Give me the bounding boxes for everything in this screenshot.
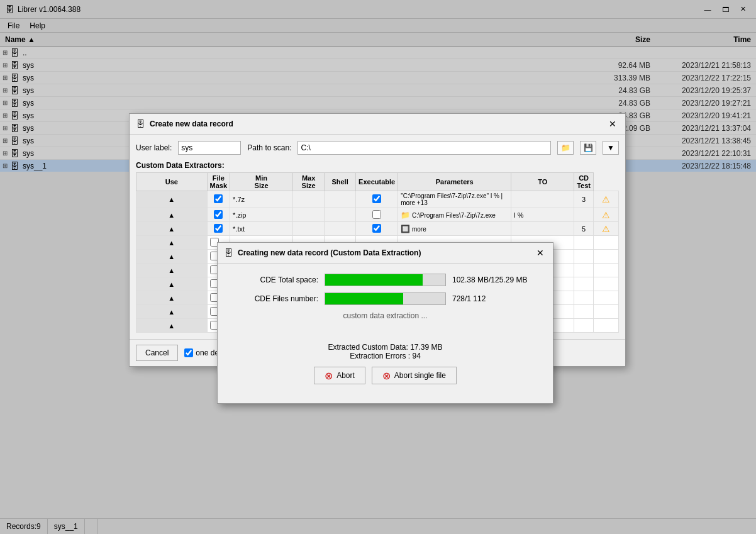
max-size-2 <box>325 208 356 222</box>
file-mask-2: *.zip <box>230 208 293 222</box>
arrow-cell-1[interactable]: ▲ <box>136 191 208 208</box>
cdtest-1: ⚠ <box>594 191 619 208</box>
list-item: ▲ *.7z "C:\Program Files\7-Zip\7z.exe" l… <box>136 191 619 208</box>
cdtest-2: ⚠ <box>594 208 619 222</box>
progress-status: custom data extraction ... <box>230 311 540 320</box>
progress-body: CDE Total space: 102.38 MB/125.29 MB CDE… <box>218 264 553 403</box>
dialog-title-text: Create new data record <box>150 120 601 128</box>
drive-button[interactable]: 💾 <box>580 141 596 155</box>
arrow-cell[interactable]: ▲ <box>136 236 208 250</box>
list-item: ▲ *.zip 📁 C:\Program Files\7-Zip\7z.exe … <box>136 208 619 222</box>
col-maxsize-header: MaxSize <box>293 173 325 191</box>
cde-label: Custom Data Extractors: <box>136 161 619 170</box>
total-space-bar <box>325 274 446 286</box>
min-size-3 <box>293 222 325 236</box>
to-1: 3 <box>574 191 594 208</box>
col-use-header: Use <box>136 173 208 191</box>
use-checkbox-3[interactable] <box>207 222 230 236</box>
abort-single-icon: ⊗ <box>382 370 391 382</box>
col-to-header: TO <box>511 173 574 191</box>
min-size-2 <box>293 208 325 222</box>
arrow-cell-3[interactable]: ▲ <box>136 222 208 236</box>
shell-checkbox-2[interactable] <box>356 208 398 222</box>
dialog-close-button[interactable]: ✕ <box>606 118 619 130</box>
file-mask-1: *.7z <box>230 191 293 208</box>
path-to-scan-text: Path to scan: <box>247 143 291 152</box>
cdtest-3: ⚠ <box>594 222 619 236</box>
file-mask-3: *.txt <box>230 222 293 236</box>
total-space-label: CDE Total space: <box>230 275 318 284</box>
max-size-3 <box>325 222 356 236</box>
to-2 <box>574 208 594 222</box>
max-size-1 <box>325 191 356 208</box>
to-3: 5 <box>574 222 594 236</box>
dialog-title-bar: 🗄 Create new data record ✕ <box>130 114 625 135</box>
min-size-1 <box>293 191 325 208</box>
files-number-bar <box>325 292 446 305</box>
col-cd-header: CDTest <box>574 173 594 191</box>
arrow-cell-2[interactable]: ▲ <box>136 208 208 222</box>
dropdown-button[interactable]: ▼ <box>603 141 619 155</box>
path-input[interactable] <box>297 141 551 155</box>
total-space-value: 102.38 MB/125.29 MB <box>452 275 540 284</box>
shell-checkbox-3[interactable] <box>356 222 398 236</box>
progress-title-text: Creating new data record (Custom Data Ex… <box>238 248 529 257</box>
total-space-row: CDE Total space: 102.38 MB/125.29 MB <box>230 274 540 286</box>
parameters-3 <box>511 222 574 236</box>
one-device-checkbox[interactable] <box>184 348 193 357</box>
files-number-row: CDE Files number: 728/1 112 <box>230 292 540 305</box>
user-label-input[interactable] <box>178 141 241 155</box>
col-minsize-header: MinSize <box>230 173 293 191</box>
use-checkbox-1[interactable] <box>207 191 230 208</box>
cancel-button[interactable]: Cancel <box>136 345 178 361</box>
browse-folder-button[interactable]: 📁 <box>557 141 574 155</box>
user-label-text: User label: <box>136 143 172 152</box>
progress-title-bar: 🗄 Creating new data record (Custom Data … <box>218 243 553 264</box>
col-shell-header: Shell <box>325 173 356 191</box>
col-mask-header: File Mask <box>207 173 230 191</box>
use-checkbox-2[interactable] <box>207 208 230 222</box>
files-number-fill <box>325 293 403 304</box>
list-item: ▲ *.txt 🔲 more 5 ⚠ <box>136 222 619 236</box>
progress-buttons: ⊗ Abort ⊗ Abort single file <box>230 360 540 393</box>
col-exec-header: Executable <box>356 173 398 191</box>
executable-1: "C:\Program Files\7-Zip\7z.exe" l % | mo… <box>398 191 511 208</box>
parameters-2: l % <box>511 208 574 222</box>
parameters-1 <box>511 191 574 208</box>
shell-checkbox-1[interactable] <box>356 191 398 208</box>
executable-2: 📁 C:\Program Files\7-Zip\7z.exe <box>398 208 511 222</box>
progress-dialog: 🗄 Creating new data record (Custom Data … <box>217 242 553 404</box>
total-space-fill <box>325 274 423 286</box>
abort-icon: ⊗ <box>325 370 333 382</box>
files-number-value: 728/1 112 <box>452 294 540 303</box>
abort-single-button[interactable]: ⊗ Abort single file <box>372 367 457 384</box>
progress-close-button[interactable]: ✕ <box>534 247 547 259</box>
col-params-header: Parameters <box>398 173 511 191</box>
files-number-label: CDE Files number: <box>230 294 318 303</box>
abort-button[interactable]: ⊗ Abort <box>314 367 365 384</box>
label-path-row: User label: Path to scan: 📁 💾 ▼ <box>136 141 619 155</box>
errors-label: Extraction Errors : 94 <box>230 352 540 360</box>
executable-3: 🔲 more <box>398 222 511 236</box>
extracted-label: Extracted Custom Data: 17.39 MB <box>230 343 540 352</box>
